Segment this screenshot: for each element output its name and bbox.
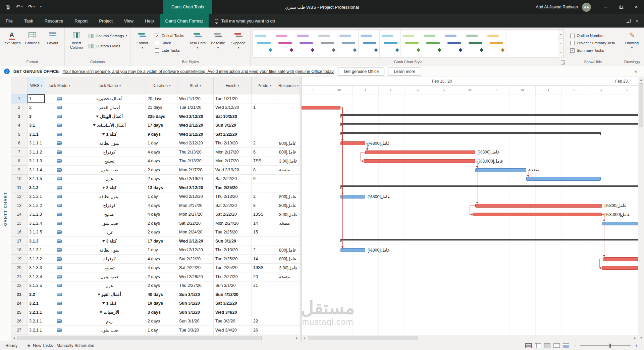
gantt-chart-style-option-5[interactable] (337, 30, 359, 57)
cell-finish[interactable]: Mon 2/24/20 (214, 219, 252, 228)
cell-task-mode[interactable] (45, 166, 73, 175)
cell-task-mode[interactable] (45, 175, 73, 184)
cell-task-mode[interactable] (45, 192, 73, 202)
cell-task-mode[interactable] (45, 290, 73, 299)
redo-button[interactable]: ↷▾ (28, 4, 35, 10)
cell-resources[interactable] (277, 237, 300, 246)
cell-duration[interactable]: 2 days (146, 175, 177, 184)
row-number[interactable]: 1 (11, 94, 28, 103)
checkbox-slack[interactable]: Slack (155, 39, 184, 47)
cell-wbs[interactable]: 3.1.2.4 (28, 219, 45, 228)
row-number[interactable]: 23 (11, 290, 28, 299)
cell-wbs[interactable]: 3.2.1.1 (28, 326, 45, 335)
cell-duration[interactable]: 2 days (146, 228, 177, 237)
vertical-scrollbar[interactable]: ▲ ▼ (638, 77, 644, 341)
gantt-chart-style-option-2[interactable] (274, 30, 295, 57)
cell-task-name[interactable]: تسليح (73, 264, 146, 273)
cell-finish[interactable]: Sat 3/21/20 (214, 299, 252, 308)
cell-duration[interactable]: 13 days (146, 183, 177, 192)
cell-finish[interactable]: Wed 2/12/20 (214, 103, 252, 113)
gantt-chart-style-option-6[interactable] (359, 30, 380, 57)
cell-start[interactable]: Wed 2/26/20 (177, 272, 214, 281)
cell-task-mode[interactable] (45, 255, 73, 264)
cell-wbs[interactable]: 3.1 (28, 121, 45, 130)
row-number[interactable]: 24 (11, 299, 28, 308)
cell-task-mode[interactable] (45, 317, 73, 326)
cell-task-name[interactable]: أعمال الحفر (73, 103, 146, 113)
cell-task-mode[interactable] (45, 326, 73, 335)
checkbox-outline-number[interactable]: Outline Number (570, 32, 615, 39)
task-row-18[interactable]: 183.1.3.1بيتون نظافة1 dayWed 2/12/20Thu … (11, 246, 300, 255)
cell-start[interactable]: Mon 2/17/20 (177, 201, 214, 210)
tab-project[interactable]: Project (93, 14, 118, 28)
cell-predecessors[interactable] (252, 183, 277, 192)
cell-finish[interactable]: Thu 2/27/20 (214, 272, 252, 281)
cell-start[interactable]: Wed 2/12/20 (177, 112, 214, 121)
checkbox-critical-tasks[interactable]: ✓Critical Tasks (155, 32, 184, 39)
cell-duration[interactable]: 1 day (146, 246, 177, 255)
cell-task-mode[interactable] (45, 308, 73, 317)
task-row-6[interactable]: 63.1.1.1بيتون نظافة1 dayWed 2/12/20Thu 2… (11, 139, 300, 148)
cell-duration[interactable]: 4 days (146, 201, 177, 210)
cell-duration[interactable]: 19 days (146, 299, 177, 308)
cell-start[interactable]: Wed 2/12/20 (177, 246, 214, 255)
cell-wbs[interactable]: 3.1.1.1 (28, 139, 45, 148)
row-number[interactable]: 9 (11, 166, 28, 175)
cell-task-mode[interactable] (45, 130, 73, 139)
task-row-12[interactable]: 123.1.2.1بيتون نظافة1 dayWed 2/12/20Thu … (11, 192, 300, 202)
task-row-19[interactable]: 193.1.3.2كوفراج4 daysSat 2/22/20Tue 2/25… (11, 255, 300, 264)
cell-task-mode[interactable] (45, 281, 73, 291)
cell-duration[interactable]: 1 day (146, 326, 177, 335)
tell-me-box[interactable]: Tell me what you want to do (209, 14, 281, 28)
dismiss-warning-button[interactable]: × (632, 69, 640, 74)
get-genuine-office-button[interactable]: Get genuine Office (338, 68, 384, 76)
tab-report[interactable]: Report (69, 14, 93, 28)
cell-start[interactable]: Wed 2/12/20 (177, 192, 214, 202)
customize-qat-button[interactable]: ▾ (40, 6, 42, 8)
cell-start[interactable]: Sat 2/22/20 (177, 219, 214, 228)
cell-predecessors[interactable] (252, 237, 277, 246)
cell-task-name[interactable]: تسليح (73, 157, 146, 166)
chart-scrollbar-thumb[interactable] (308, 336, 418, 340)
task-row-26[interactable]: 263.2.1.1ردم2 daysSun 3/1/20Tue 3/3/2022 (11, 317, 300, 326)
cell-resources[interactable]: عامل[800 (277, 255, 300, 264)
row-number[interactable]: 17 (11, 237, 28, 246)
cell-start[interactable]: Sat 2/22/20 (177, 255, 214, 264)
cell-wbs[interactable]: 2 (28, 103, 45, 113)
cell-start[interactable]: Wed 2/12/20 (177, 130, 214, 139)
cell-duration[interactable]: 4 days (146, 255, 177, 264)
cell-predecessors[interactable]: 8 (252, 201, 277, 210)
cell-wbs[interactable]: 3.1.2.5 (28, 228, 45, 237)
cell-task-mode[interactable] (45, 246, 73, 255)
view-gantt-icon[interactable] (525, 343, 532, 348)
close-button[interactable]: × (629, 0, 644, 14)
cell-task-mode[interactable] (45, 272, 73, 281)
tab-task[interactable]: Task (18, 14, 39, 28)
cell-wbs[interactable]: 3.1.1.5 (28, 175, 45, 184)
undo-button[interactable]: ↶▾ (16, 4, 22, 10)
cell-task-mode[interactable] (45, 219, 73, 228)
cell-predecessors[interactable]: 15 (252, 228, 277, 237)
cell-start[interactable]: Sun 3/1/20 (177, 317, 214, 326)
cell-duration[interactable]: 40 days (146, 290, 177, 299)
checkbox-project-summary-task[interactable]: Project Summary Task (570, 39, 615, 47)
row-number[interactable]: 10 (11, 175, 28, 184)
scroll-up-icon[interactable]: ▲ (638, 77, 644, 83)
cell-task-name[interactable]: صب بيتون (73, 272, 146, 281)
cell-resources[interactable]: مضخة (277, 219, 300, 228)
scroll-left-icon[interactable]: ◄ (302, 335, 307, 341)
cell-predecessors[interactable] (252, 112, 277, 121)
cell-task-name[interactable]: أعمال الهيكل (73, 112, 146, 121)
zoom-slider-thumb[interactable] (609, 344, 611, 348)
cell-duration[interactable]: 9 days (146, 130, 177, 139)
cell-start[interactable]: Wed 2/12/20 (177, 237, 214, 246)
cell-wbs[interactable]: 3.2.1.1 (28, 308, 45, 317)
cell-duration[interactable]: 2 days (146, 281, 177, 291)
cell-start[interactable]: Wed 2/12/20 (177, 183, 214, 192)
column-header-predecessors[interactable]: Prede▾ (252, 77, 277, 94)
checkbox-late-tasks[interactable]: Late Tasks (155, 47, 184, 54)
cell-resources[interactable] (277, 103, 300, 113)
cell-task-mode[interactable] (45, 148, 73, 157)
column-header-resources[interactable]: Resource▾ (277, 77, 300, 94)
cell-duration[interactable]: 17 days (146, 121, 177, 130)
